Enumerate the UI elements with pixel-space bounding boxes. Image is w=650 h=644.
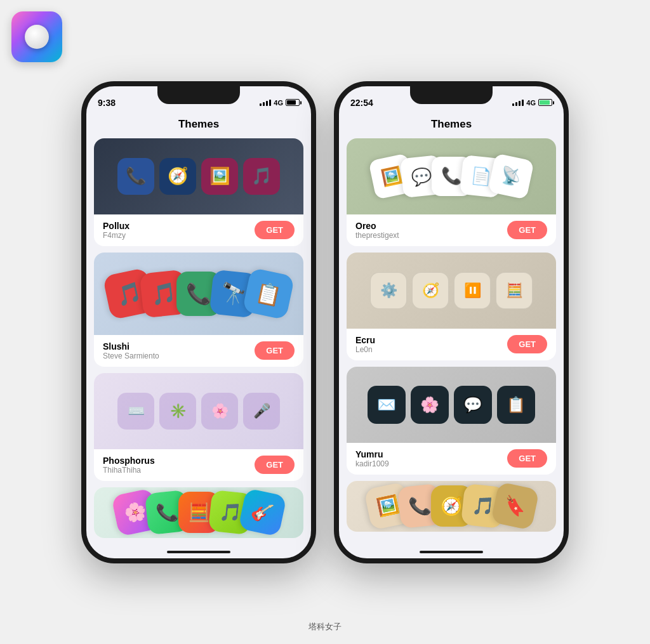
- notch-right: [410, 86, 493, 104]
- yumru-author: kadir1009: [355, 459, 389, 468]
- network-left: 4G: [274, 99, 283, 107]
- slushi-author: Steve Sarmiento: [103, 352, 159, 360]
- pollux-get-button[interactable]: GET: [255, 221, 295, 239]
- bar2: [263, 102, 265, 106]
- pollux-author: F4mzy: [103, 231, 129, 240]
- phosphorus-icon-1: ⌨️: [117, 393, 154, 430]
- ecru-name: Ecru: [355, 335, 375, 345]
- home-indicator-right: [420, 551, 483, 553]
- pollux-icon-1: 📞: [117, 158, 154, 195]
- pollux-name: Pollux: [103, 221, 129, 231]
- slushi-name: Slushi: [103, 341, 159, 352]
- ecru-icon-3: ⏸️: [454, 272, 491, 309]
- phone-left-screen: 9:38 4G Themes: [86, 86, 311, 558]
- theme-card-oreo: 🖼️ 💬 📞 📄 📡 Oreo theprestigext GET: [347, 138, 556, 246]
- theme-card-fifth: 🖼️ 📞 🧭 🎵 🔖: [347, 481, 556, 532]
- slushi-icons: 🎵 🎵 📞 🔭 📋: [107, 272, 291, 316]
- yumru-icon-2: 🌸: [411, 386, 449, 424]
- slushi-get-button[interactable]: GET: [255, 341, 295, 360]
- phosphorus-preview: ⌨️ ✳️ 🌸 🎤: [94, 373, 303, 449]
- phosphorus-info: Phosphorus ThihaThiha: [103, 456, 155, 475]
- oreo-author: theprestigext: [355, 231, 399, 240]
- yumru-icon-4: 📋: [497, 386, 535, 424]
- oreo-stacked: 🖼️ 💬 📞 📄 📡: [372, 157, 531, 196]
- pollux-icon-3: 🖼️: [201, 158, 238, 195]
- oreo-preview: 🖼️ 💬 📞 📄 📡: [347, 138, 556, 214]
- battery-right: [538, 99, 552, 106]
- slushi-footer: Slushi Steve Sarmiento GET: [94, 335, 303, 367]
- oreo-info: Oreo theprestigext: [355, 221, 399, 240]
- pollux-footer: Pollux F4mzy GET: [94, 214, 303, 246]
- network-right: 4G: [526, 99, 536, 107]
- oreo-name: Oreo: [355, 221, 399, 231]
- ecru-info: Ecru Le0n: [355, 335, 375, 354]
- yumru-preview: ✉️ 🌸 💬 📋: [347, 367, 556, 443]
- phones-container: 9:38 4G Themes: [81, 81, 569, 563]
- theme-card-fourth: 🌸 📞 🧮 🎵 🎸: [94, 487, 303, 538]
- ecru-get-button[interactable]: GET: [507, 335, 547, 353]
- time-left: 9:38: [98, 98, 116, 108]
- bar4: [269, 100, 271, 106]
- phosphorus-name: Phosphorus: [103, 456, 155, 466]
- home-indicator-left: [167, 551, 230, 553]
- ecru-icon-4: 🧮: [496, 272, 533, 309]
- fourth-icons: 🌸 📞 🧮 🎵 🎸: [115, 492, 283, 533]
- pollux-icon-4: 🎵: [243, 158, 280, 195]
- theme-card-phosphorus: ⌨️ ✳️ 🌸 🎤 Phosphorus ThihaThiha GET: [94, 373, 303, 481]
- battery-left: [286, 99, 300, 106]
- rbar3: [519, 101, 521, 106]
- ecru-icon-2: 🧭: [412, 272, 449, 309]
- pollux-icon-2: 🧭: [159, 158, 196, 195]
- ecru-author: Le0n: [355, 345, 375, 354]
- rbar2: [515, 102, 517, 106]
- pollux-info: Pollux F4mzy: [103, 221, 129, 240]
- theme-card-yumru: ✉️ 🌸 💬 📋 Yumru kadir1009 GET: [347, 367, 556, 475]
- yumru-icon-3: 💬: [454, 386, 492, 424]
- fifth-preview: 🖼️ 📞 🧭 🎵 🔖: [347, 481, 556, 532]
- ecru-preview: ⚙️ 🧭 ⏸️ 🧮: [347, 253, 556, 329]
- app-icon-ball: [25, 25, 49, 49]
- slushi-info: Slushi Steve Sarmiento: [103, 341, 159, 360]
- theme-card-pollux: 📞 🧭 🖼️ 🎵 Pollux F4mzy GET: [94, 138, 303, 246]
- phosphorus-icon-3: 🌸: [201, 393, 238, 430]
- themes-list-left: 📞 🧭 🖼️ 🎵 Pollux F4mzy GET: [86, 138, 311, 538]
- ecru-footer: Ecru Le0n GET: [347, 329, 556, 360]
- ecru-icon-1: ⚙️: [370, 272, 407, 309]
- oreo-footer: Oreo theprestigext GET: [347, 214, 556, 246]
- time-right: 22:54: [350, 98, 373, 108]
- battery-fill-right: [540, 100, 550, 105]
- phone-right-screen: 22:54 4G Themes: [339, 86, 564, 558]
- oreo-icon-5: 📡: [488, 153, 534, 200]
- theme-card-slushi: 🎵 🎵 📞 🔭 📋 Slushi Steve Sarmiento GET: [94, 253, 303, 367]
- phosphorus-footer: Phosphorus ThihaThiha GET: [94, 449, 303, 481]
- yumru-icon-1: ✉️: [368, 386, 406, 424]
- bar1: [260, 103, 262, 106]
- pollux-preview: 📞 🧭 🖼️ 🎵: [94, 138, 303, 214]
- fourth-preview: 🌸 📞 🧮 🎵 🎸: [94, 487, 303, 538]
- watermark: 塔科女子: [308, 621, 342, 633]
- bar3: [266, 101, 268, 106]
- battery-fill-left: [287, 100, 296, 105]
- phosphorus-icon-4: 🎤: [243, 393, 280, 430]
- slushi-icon-5: 📋: [242, 267, 295, 320]
- yumru-name: Yumru: [355, 449, 389, 459]
- notch-left: [157, 86, 240, 104]
- rbar4: [522, 100, 524, 106]
- phosphorus-icon-2: ✳️: [159, 393, 196, 430]
- oreo-get-button[interactable]: GET: [507, 221, 547, 239]
- yumru-get-button[interactable]: GET: [507, 449, 547, 468]
- yumru-footer: Yumru kadir1009 GET: [347, 443, 556, 475]
- anemone-app-icon[interactable]: [11, 11, 62, 62]
- status-right-left: 4G: [260, 99, 300, 107]
- phone-left: 9:38 4G Themes: [81, 81, 316, 563]
- phosphorus-author: ThihaThiha: [103, 466, 155, 475]
- fifth-icons: 🖼️ 📞 🧭 🎵 🔖: [368, 485, 536, 527]
- rbar1: [512, 103, 514, 106]
- slushi-preview: 🎵 🎵 📞 🔭 📋: [94, 253, 303, 335]
- yumru-info: Yumru kadir1009: [355, 449, 389, 468]
- signal-bars-left: [260, 100, 271, 106]
- themes-list-right: 🖼️ 💬 📞 📄 📡 Oreo theprestigext GET: [339, 138, 564, 532]
- theme-card-ecru: ⚙️ 🧭 ⏸️ 🧮 Ecru Le0n GET: [347, 253, 556, 360]
- phosphorus-get-button[interactable]: GET: [255, 456, 295, 474]
- phone-right: 22:54 4G Themes: [334, 81, 569, 563]
